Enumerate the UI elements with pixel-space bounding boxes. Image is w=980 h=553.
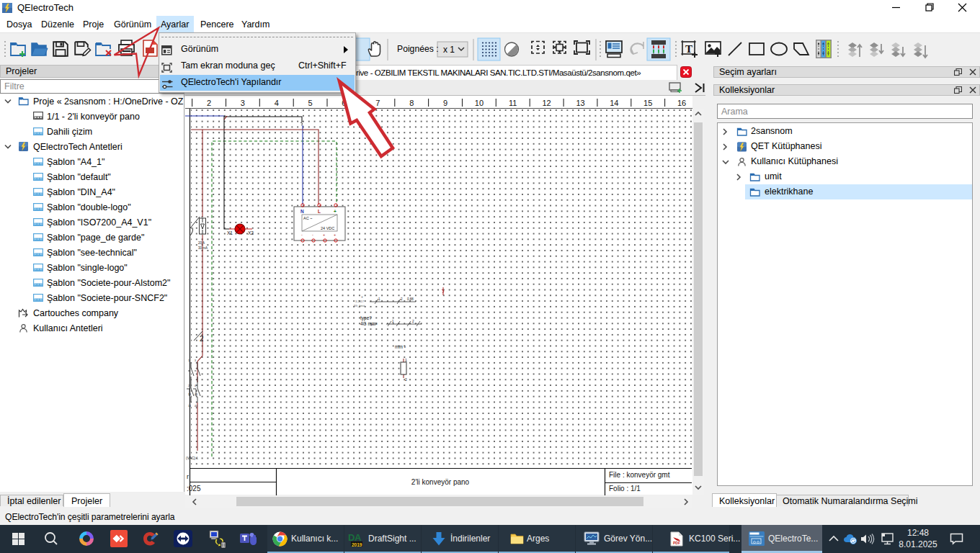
svg-text:14: 14 [188,405,191,408]
svg-text:1: 1 [405,358,407,362]
svg-text:3-2017: 3-2017 [355,300,364,303]
svg-text:type?: type? [360,315,372,321]
svg-text:4G mm²: 4G mm² [360,321,378,326]
svg-text:2: 2 [405,377,407,382]
svg-text:13: 13 [188,393,191,396]
svg-text:2'li konveyör pano: 2'li konveyör pano [411,478,470,486]
svg-text:+: + [334,233,336,237]
svg-text:+: + [334,209,337,214]
svg-text:File : konveyör gmt: File : konveyör gmt [609,471,670,479]
svg-text:r: r [187,473,189,480]
svg-text:N: N [300,209,304,214]
svg-text:2: 2 [200,335,204,343]
svg-text:6G_fonct: 6G_fonct [354,305,365,307]
svg-text:2: 2 [188,385,190,387]
svg-text:3: 3 [195,359,196,362]
svg-text:L: L [318,209,321,214]
svg-text:-: - [301,233,303,237]
svg-text:2019: 2019 [352,542,362,547]
svg-text:4: 4 [195,385,196,387]
svg-text:1: 1 [392,320,394,323]
svg-text:44: 44 [195,405,197,408]
svg-text:T: T [685,43,692,55]
svg-text:+: + [361,295,363,299]
svg-text:X1: X1 [227,230,233,235]
svg-text:2: 2 [412,320,414,323]
svg-text:43: 43 [195,393,197,396]
svg-text:1: 1 [378,297,380,301]
svg-text:30 mA: 30 mA [198,246,208,250]
svg-text:PDF: PDF [673,541,680,545]
svg-text:0.88: 0.88 [407,297,414,301]
svg-text:1: 1 [188,359,190,362]
svg-text:-: - [312,233,313,237]
svg-text:2: 2 [401,297,403,301]
svg-text:+: + [323,233,325,237]
svg-text:AC ~: AC ~ [303,216,312,220]
svg-text:mm ²: mm ² [395,344,406,349]
svg-text:24 VDC: 24 VDC [321,226,334,230]
svg-text:(VAC) I.: (VAC) I. [186,456,198,460]
svg-text:X2: X2 [248,230,254,235]
svg-text:20 A: 20 A [198,241,205,245]
